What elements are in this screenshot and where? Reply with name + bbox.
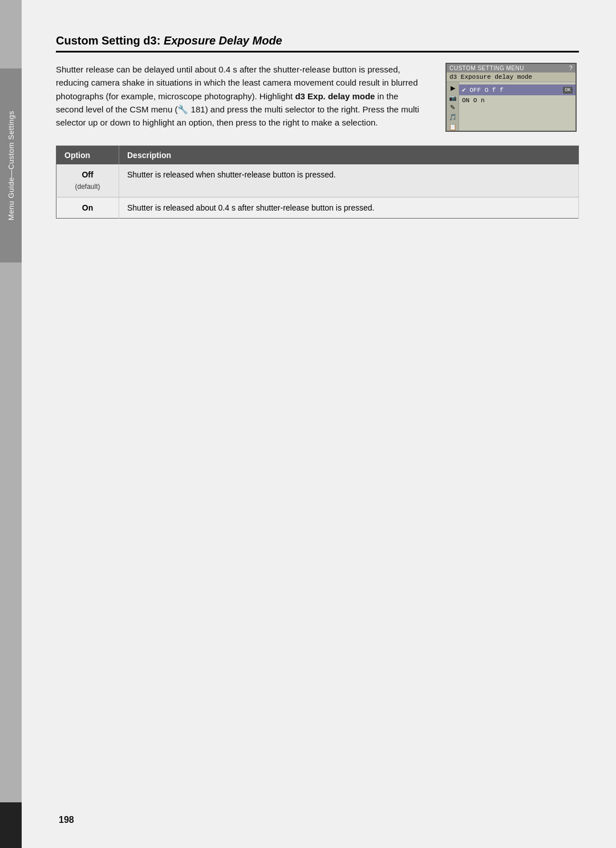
options-table: Option Description Off (default) Shutter… <box>56 146 579 219</box>
camera-menu-screenshot: CUSTOM SETTING MENU ? d3 Exposure delay … <box>445 63 577 132</box>
icon-edit: ✎ <box>450 104 455 111</box>
col-header-option: Option <box>56 146 119 165</box>
on-label: ON O n <box>462 97 485 104</box>
bold-d3: d3 Exp. delay mode <box>295 91 375 101</box>
ok-label: OK <box>563 87 573 94</box>
camera-icons: ▶ 📷 ✎ 🎵 📋 <box>447 82 459 131</box>
sidebar-tab-inner: Menu Guide—Custom Settings <box>0 68 22 263</box>
main-content: Custom Setting d3: Exposure Delay Mode S… <box>22 0 616 848</box>
col-header-description: Description <box>119 146 579 165</box>
table-row-on: On Shutter is released about 0.4 s after… <box>56 197 579 218</box>
camera-menu-items: ✔ OFF O f f OK ON O n <box>459 82 576 131</box>
table-row-off: Off (default) Shutter is released when s… <box>56 164 579 197</box>
description-off: Shutter is released when shutter-release… <box>119 164 579 197</box>
camera-menu-body: ▶ 📷 ✎ 🎵 📋 ✔ OFF O f f OK ON O n <box>447 82 576 131</box>
sidebar-tab-text: Menu Guide—Custom Settings <box>7 111 15 220</box>
menu-item-off: ✔ OFF O f f OK <box>459 84 576 95</box>
option-on: On <box>56 197 119 218</box>
description-on: Shutter is released about 0.4 s after sh… <box>119 197 579 218</box>
content-top: Shutter release can be delayed until abo… <box>56 63 579 134</box>
page-number: 198 <box>59 815 74 825</box>
heading-prefix: Custom Setting d3: <box>56 34 164 47</box>
heading-italic: Exposure Delay Mode <box>164 34 282 47</box>
csm-icon: 🔧 <box>177 104 188 114</box>
camera-menu-header: CUSTOM SETTING MENU ? <box>447 64 576 72</box>
page-heading: Custom Setting d3: Exposure Delay Mode <box>56 34 579 53</box>
icon-camera: 📷 <box>449 94 457 102</box>
option-off-label: Off <box>82 170 93 179</box>
option-off-default: (default) <box>75 183 100 191</box>
camera-menu-title: CUSTOM SETTING MENU <box>449 65 524 71</box>
menu-item-on: ON O n <box>459 95 576 106</box>
off-label: ✔ OFF O f f <box>462 86 504 94</box>
body-text: Shutter release can be delayed until abo… <box>56 63 426 134</box>
option-off: Off (default) <box>56 164 119 197</box>
option-on-label: On <box>82 203 93 212</box>
icon-play: ▶ <box>451 84 455 92</box>
camera-menu-subheader: d3 Exposure delay mode <box>447 72 576 82</box>
paragraph1: Shutter release can be delayed until abo… <box>56 63 426 129</box>
page-ref: 181 <box>191 104 205 114</box>
camera-menu-help: ? <box>569 65 573 71</box>
icon-list: 📋 <box>449 123 457 131</box>
sidebar: Menu Guide—Custom Settings <box>0 0 22 848</box>
icon-tune: 🎵 <box>449 114 457 121</box>
bottom-decoration <box>0 802 22 848</box>
